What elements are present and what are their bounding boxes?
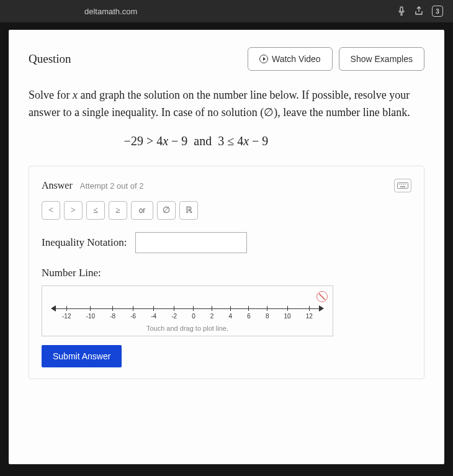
symbol-palette: <>≤≥or∅ℝ (42, 201, 411, 220)
tick: 0 (192, 306, 195, 322)
tick: -6 (130, 306, 136, 322)
question-prompt: Solve for x and graph the solution on th… (29, 87, 424, 122)
show-examples-label: Show Examples (351, 54, 413, 64)
tick: 8 (266, 306, 269, 322)
svg-point-4 (403, 184, 404, 185)
browser-controls: 3 (397, 6, 443, 17)
share-icon[interactable] (415, 6, 423, 16)
tick: -4 (151, 306, 156, 322)
mic-icon[interactable] (397, 6, 406, 16)
numberline-hint: Touch and drag to plot line. (50, 325, 325, 332)
keyboard-icon[interactable] (394, 179, 411, 192)
tick: 6 (247, 306, 251, 322)
symbol-button-2[interactable]: ≤ (86, 201, 105, 220)
submit-answer-button[interactable]: Submit Answer (42, 345, 122, 367)
watch-video-button[interactable]: Watch Video (248, 47, 333, 71)
play-icon (259, 55, 268, 63)
number-line-plot[interactable]: -12-10-8-6-4-2024681012 Touch and drag t… (42, 285, 333, 336)
svg-point-2 (399, 184, 400, 185)
tick: 12 (306, 306, 313, 322)
clear-icon[interactable] (316, 291, 328, 302)
tick: 2 (210, 306, 214, 322)
tick: -2 (171, 306, 177, 322)
tick: 10 (284, 306, 291, 322)
answer-section: Answer Attempt 2 out of 2 <>≤≥or∅ℝ Inequ… (29, 166, 424, 379)
notation-label: Inequality Notation: (42, 236, 127, 249)
answer-heading: Answer (42, 180, 73, 191)
numberline-label: Number Line: (42, 267, 411, 279)
svg-point-3 (401, 184, 402, 185)
tick: -8 (110, 306, 115, 322)
browser-address-bar: deltamath.com 3 (0, 0, 453, 22)
symbol-button-6[interactable]: ℝ (179, 201, 198, 220)
symbol-button-4[interactable]: or (131, 201, 153, 220)
tick: 4 (229, 306, 233, 322)
tick: -10 (86, 306, 95, 322)
inequality-expression: −29 > 4x − 9 and 3 ≤ 4x − 9 (66, 134, 326, 148)
svg-point-5 (405, 184, 406, 185)
inequality-notation-input[interactable] (135, 232, 247, 253)
svg-rect-0 (400, 7, 403, 12)
tab-count-icon[interactable]: 3 (432, 6, 443, 17)
page-content: Question Watch Video Show Examples Solve… (9, 30, 444, 464)
tick: -12 (62, 306, 71, 322)
symbol-button-5[interactable]: ∅ (157, 201, 176, 220)
symbol-button-3[interactable]: ≥ (109, 201, 127, 220)
symbol-button-1[interactable]: > (64, 201, 83, 220)
svg-rect-1 (398, 182, 408, 188)
show-examples-button[interactable]: Show Examples (339, 47, 424, 71)
watch-video-label: Watch Video (272, 54, 321, 64)
question-heading: Question (29, 52, 71, 66)
url-text: deltamath.com (84, 7, 137, 16)
svg-rect-6 (400, 186, 405, 187)
attempt-counter: Attempt 2 out of 2 (80, 181, 144, 191)
symbol-button-0[interactable]: < (42, 201, 60, 220)
